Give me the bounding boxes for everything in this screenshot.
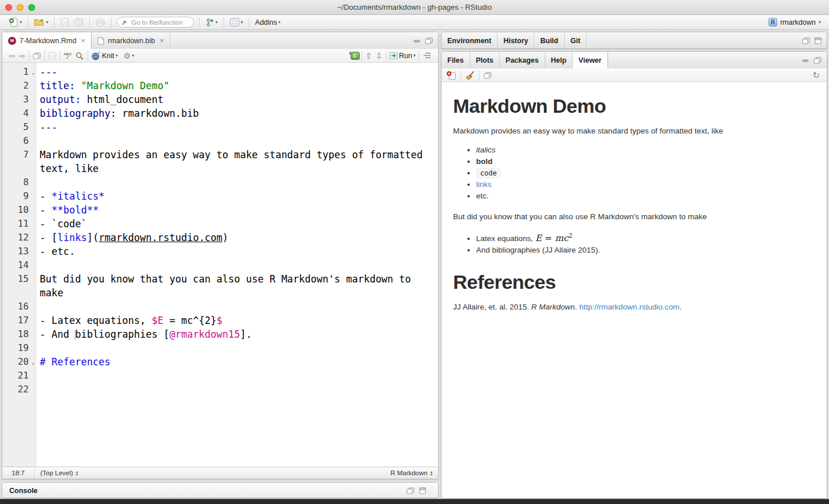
code-text[interactable]: bibliography: rmarkdown.bib xyxy=(36,106,434,120)
code-text[interactable] xyxy=(36,341,434,355)
chevron-down-icon[interactable]: ▾ xyxy=(116,54,118,58)
tab-viewer[interactable]: Viewer xyxy=(573,52,608,68)
code-text[interactable] xyxy=(36,300,434,314)
code-text[interactable]: - And bibliographies [@rmarkdown15]. xyxy=(36,327,434,341)
tab-history[interactable]: History xyxy=(497,32,534,49)
code-text[interactable]: # References xyxy=(36,355,434,369)
broom-icon[interactable] xyxy=(465,71,475,80)
code-line-8[interactable]: 8 xyxy=(2,175,438,189)
code-line-2[interactable]: 2title: "Markdown Demo" xyxy=(2,79,438,93)
code-line-1[interactable]: 1▾--- xyxy=(2,65,438,79)
save-button[interactable] xyxy=(59,17,70,27)
refresh-icon[interactable]: ↻ xyxy=(812,70,822,81)
forward-icon[interactable]: ⇨ xyxy=(17,52,28,60)
spellcheck-button[interactable]: ABC ✓ xyxy=(62,52,73,59)
code-line-18[interactable]: 18- And bibliographies [@rmarkdown15]. xyxy=(2,327,438,341)
tab-build[interactable]: Build xyxy=(534,32,564,49)
code-line-3[interactable]: 3output: html_document xyxy=(2,93,438,106)
scope-selector[interactable]: (Top Level) ▴▾ xyxy=(35,469,83,476)
reference-link[interactable]: http://rmarkdown.rstudio.com xyxy=(579,303,679,311)
addins-button[interactable]: Addins ▾ xyxy=(254,18,282,27)
code-text[interactable] xyxy=(36,175,434,189)
code-text[interactable]: - Latex equations, $E = mc^{2}$ xyxy=(36,314,434,327)
code-line-15[interactable]: 15But did you know that you can also use… xyxy=(2,272,438,300)
links-link[interactable]: links xyxy=(476,180,492,189)
chevron-down-icon[interactable]: ▾ xyxy=(132,54,134,58)
new-file-button[interactable]: ▾ xyxy=(7,17,23,28)
version-control-button[interactable]: ▾ xyxy=(204,17,219,28)
maximize-pane-icon[interactable] xyxy=(425,37,433,44)
open-file-button[interactable]: ▾ xyxy=(33,17,50,27)
open-in-new-window-icon[interactable] xyxy=(484,72,492,79)
code-text[interactable]: - `code` xyxy=(36,217,434,231)
minimize-pane-icon[interactable] xyxy=(802,58,809,63)
document-settings-button[interactable]: ⚙ ▾ xyxy=(123,51,136,61)
code-line-17[interactable]: 17- Latex equations, $E = mc^{2}$ xyxy=(2,314,438,327)
code-line-10[interactable]: 10- **bold** xyxy=(2,203,438,217)
chevron-down-icon[interactable]: ▾ xyxy=(46,20,48,25)
restore-pane-icon[interactable] xyxy=(813,57,822,64)
code-line-6[interactable]: 6 xyxy=(2,134,438,148)
chevron-down-icon[interactable]: ▾ xyxy=(241,20,243,25)
code-text[interactable] xyxy=(36,258,434,272)
code-text[interactable]: - [links](rmarkdown.rstudio.com) xyxy=(36,231,434,245)
code-text[interactable]: - **bold** xyxy=(36,203,434,217)
clear-viewer-icon[interactable] xyxy=(446,71,457,80)
tab-environment[interactable]: Environment xyxy=(442,32,497,49)
code-line-4[interactable]: 4bibliography: rmarkdown.bib xyxy=(2,106,438,120)
code-text[interactable] xyxy=(36,383,434,396)
tab-git[interactable]: Git xyxy=(565,32,587,49)
code-line-21[interactable]: 21 xyxy=(2,369,438,383)
code-text[interactable]: Markdown provides an easy way to make st… xyxy=(36,148,434,175)
open-in-window-icon[interactable] xyxy=(31,52,43,59)
code-line-14[interactable]: 14 xyxy=(2,258,438,272)
goto-file-input[interactable] xyxy=(117,17,194,28)
restore-pane-icon[interactable] xyxy=(406,487,414,494)
editor-tab-bib[interactable]: rmarkdown.bib × xyxy=(92,32,170,49)
chevron-down-icon[interactable]: ▾ xyxy=(413,54,416,58)
save-all-button[interactable] xyxy=(73,17,85,27)
code-text[interactable]: But did you know that you can also use R… xyxy=(36,272,434,300)
code-line-16[interactable]: 16 xyxy=(2,300,438,314)
code-line-13[interactable]: 13- etc. xyxy=(2,245,438,258)
console-header[interactable]: Console xyxy=(2,483,438,498)
code-line-11[interactable]: 11- `code` xyxy=(2,217,438,231)
code-line-19[interactable]: 19 xyxy=(2,341,438,355)
go-to-previous-chunk-icon[interactable]: ⇧ xyxy=(364,52,374,60)
insert-chunk-button[interactable]: C + xyxy=(351,52,360,60)
go-to-next-chunk-icon[interactable]: ⇩ xyxy=(374,52,384,60)
close-icon[interactable]: × xyxy=(81,36,86,45)
code-line-22[interactable]: 22 xyxy=(2,383,438,396)
find-icon[interactable] xyxy=(73,52,86,60)
code-text[interactable]: --- xyxy=(36,120,434,134)
chevron-down-icon[interactable]: ▾ xyxy=(20,20,22,25)
code-text[interactable]: - *italics* xyxy=(36,189,434,203)
project-menu-button[interactable]: R rmarkdown ▾ xyxy=(769,18,824,26)
maximize-pane-icon[interactable] xyxy=(419,487,426,494)
restore-pane-icon[interactable] xyxy=(802,37,810,44)
chevron-down-icon[interactable]: ▾ xyxy=(215,20,218,25)
back-icon[interactable]: ⇦ xyxy=(7,52,17,60)
code-line-20[interactable]: 20▾# References xyxy=(2,355,438,369)
tab-files[interactable]: Files xyxy=(442,52,470,68)
code-text[interactable]: title: "Markdown Demo" xyxy=(36,79,434,93)
tab-plots[interactable]: Plots xyxy=(470,52,500,68)
code-text[interactable] xyxy=(36,369,434,383)
code-line-5[interactable]: 5--- xyxy=(2,120,438,134)
filetype-selector[interactable]: R Markdown ▴▾ xyxy=(390,469,438,476)
code-line-12[interactable]: 12- [links](rmarkdown.rstudio.com) xyxy=(2,231,438,245)
run-button[interactable]: ➜ Run ▾ xyxy=(388,51,417,60)
close-icon[interactable]: × xyxy=(159,36,164,45)
document-outline-icon[interactable] xyxy=(421,52,433,59)
tab-help[interactable]: Help xyxy=(545,52,573,68)
editor-tab-rmd[interactable]: M 7-Markdown.Rmd × xyxy=(2,32,92,49)
code-line-9[interactable]: 9- *italics* xyxy=(2,189,438,203)
tab-packages[interactable]: Packages xyxy=(500,52,545,68)
minimize-pane-icon[interactable] xyxy=(413,38,420,44)
panes-layout-button[interactable]: ▾ xyxy=(229,17,244,27)
maximize-pane-icon[interactable] xyxy=(815,37,822,44)
code-text[interactable] xyxy=(36,134,434,148)
print-button[interactable] xyxy=(94,17,107,27)
code-text[interactable]: - etc. xyxy=(36,245,434,258)
knit-button[interactable]: Knit ▾ xyxy=(90,51,119,61)
